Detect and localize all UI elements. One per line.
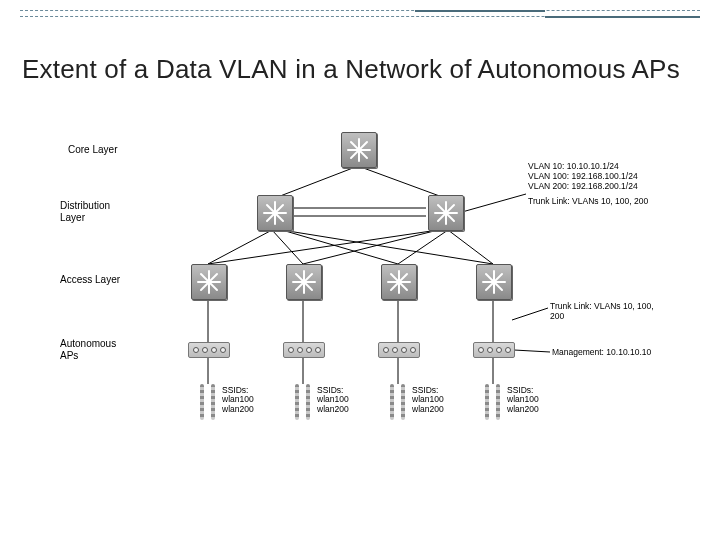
- antenna-group-4: [485, 384, 500, 420]
- distribution-switch-right: [428, 195, 464, 231]
- vlan-line: Trunk Link: VLANs 10, 100, 200: [528, 197, 648, 207]
- svg-line-5: [272, 230, 303, 264]
- core-switch: [341, 132, 377, 168]
- svg-line-21: [512, 308, 548, 320]
- ssid-line: wlan200: [507, 405, 539, 414]
- ssid-block-2: SSIDs: wlan100 wlan200: [317, 386, 349, 414]
- ssid-block-3: SSIDs: wlan100 wlan200: [412, 386, 444, 414]
- svg-line-10: [398, 230, 448, 264]
- svg-line-9: [303, 230, 438, 264]
- autonomous-ap-4: [473, 342, 515, 358]
- ssid-block-1: SSIDs: wlan100 wlan200: [222, 386, 254, 414]
- management-ip-label: Management: 10.10.10.10: [552, 348, 651, 358]
- access-switch-3: [381, 264, 417, 300]
- antenna-group-1: [200, 384, 215, 420]
- autonomous-ap-3: [378, 342, 420, 358]
- label-autonomous-aps: Autonomous APs: [60, 338, 116, 361]
- antenna-group-2: [295, 384, 310, 420]
- svg-line-6: [282, 230, 398, 264]
- svg-line-20: [462, 194, 526, 212]
- svg-line-1: [358, 166, 445, 198]
- svg-line-11: [448, 230, 493, 264]
- ssid-line: wlan200: [412, 405, 444, 414]
- access-switch-1: [191, 264, 227, 300]
- distribution-switch-left: [257, 195, 293, 231]
- slide-top-rule: [20, 10, 700, 28]
- label-distribution-layer: Distribution Layer: [60, 200, 110, 223]
- network-diagram: Core Layer Distribution Layer Access Lay…: [60, 130, 660, 490]
- ssid-line: wlan200: [222, 405, 254, 414]
- svg-line-22: [514, 350, 550, 352]
- access-switch-4: [476, 264, 512, 300]
- ssid-line: wlan200: [317, 405, 349, 414]
- slide-title: Extent of a Data VLAN in a Network of Au…: [22, 53, 700, 86]
- svg-line-7: [282, 230, 493, 264]
- vlan-line: VLAN 200: 192.168.200.1/24: [528, 182, 648, 192]
- trunk-link-label: Trunk Link: VLANs 10, 100, 200: [550, 302, 660, 322]
- svg-line-4: [208, 230, 272, 264]
- antenna-group-3: [390, 384, 405, 420]
- autonomous-ap-2: [283, 342, 325, 358]
- vlan-info-block: VLAN 10: 10.10.10.1/24 VLAN 100: 192.168…: [528, 162, 648, 207]
- ssid-block-4: SSIDs: wlan100 wlan200: [507, 386, 539, 414]
- access-switch-2: [286, 264, 322, 300]
- label-access-layer: Access Layer: [60, 274, 120, 286]
- autonomous-ap-1: [188, 342, 230, 358]
- svg-line-8: [208, 230, 438, 264]
- svg-line-0: [275, 166, 358, 198]
- label-core-layer: Core Layer: [68, 144, 117, 156]
